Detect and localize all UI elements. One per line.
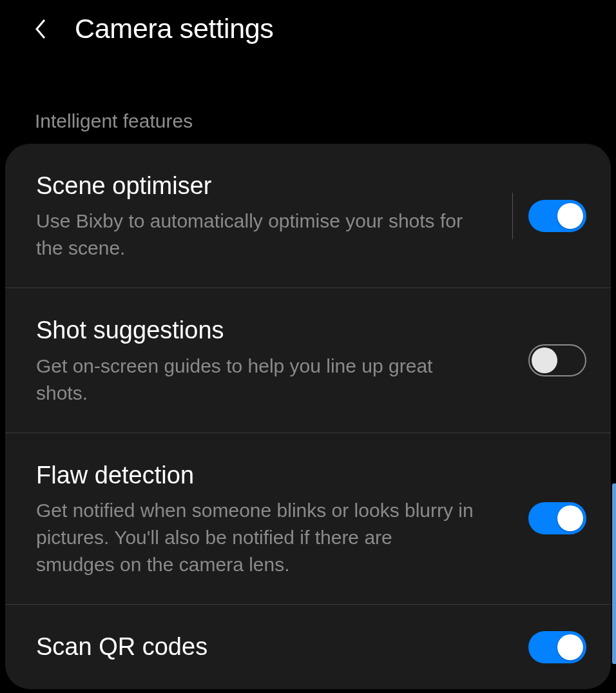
setting-description: Get on-screen guides to help you line up… — [36, 353, 474, 407]
toggle-knob — [557, 203, 583, 229]
toggle-knob — [557, 634, 583, 660]
setting-description: Get notified when someone blinks or look… — [36, 497, 474, 578]
section-header-intelligent-features: Intelligent features — [0, 110, 616, 144]
setting-text: Shot suggestions Get on-screen guides to… — [36, 314, 515, 406]
setting-title: Shot suggestions — [36, 314, 515, 347]
back-icon[interactable] — [31, 16, 49, 42]
setting-scene-optimiser[interactable]: Scene optimiser Use Bixby to automatical… — [5, 144, 611, 288]
setting-flaw-detection[interactable]: Flaw detection Get notified when someone… — [5, 433, 611, 605]
toggle-flaw-detection[interactable] — [528, 502, 586, 534]
divider — [512, 193, 513, 239]
setting-text: Scan QR codes — [36, 630, 515, 663]
scrollbar-thumb[interactable] — [612, 483, 616, 664]
toggle-scan-qr-codes[interactable] — [528, 631, 586, 663]
setting-text: Flaw detection Get notified when someone… — [36, 459, 515, 578]
setting-title: Scene optimiser — [36, 170, 499, 202]
toggle-knob — [532, 347, 557, 373]
toggle-shot-suggestions[interactable] — [528, 344, 586, 376]
settings-card: Scene optimiser Use Bixby to automatical… — [5, 144, 611, 689]
setting-text: Scene optimiser Use Bixby to automatical… — [36, 170, 499, 262]
setting-shot-suggestions[interactable]: Shot suggestions Get on-screen guides to… — [5, 288, 611, 433]
header: Camera settings — [0, 0, 616, 57]
setting-title: Scan QR codes — [36, 630, 515, 663]
setting-description: Use Bixby to automatically optimise your… — [36, 208, 474, 262]
page-title: Camera settings — [75, 13, 274, 44]
setting-scan-qr-codes[interactable]: Scan QR codes — [5, 605, 611, 689]
setting-title: Flaw detection — [36, 459, 515, 492]
toggle-scene-optimiser[interactable] — [528, 200, 586, 232]
toggle-knob — [557, 505, 583, 531]
